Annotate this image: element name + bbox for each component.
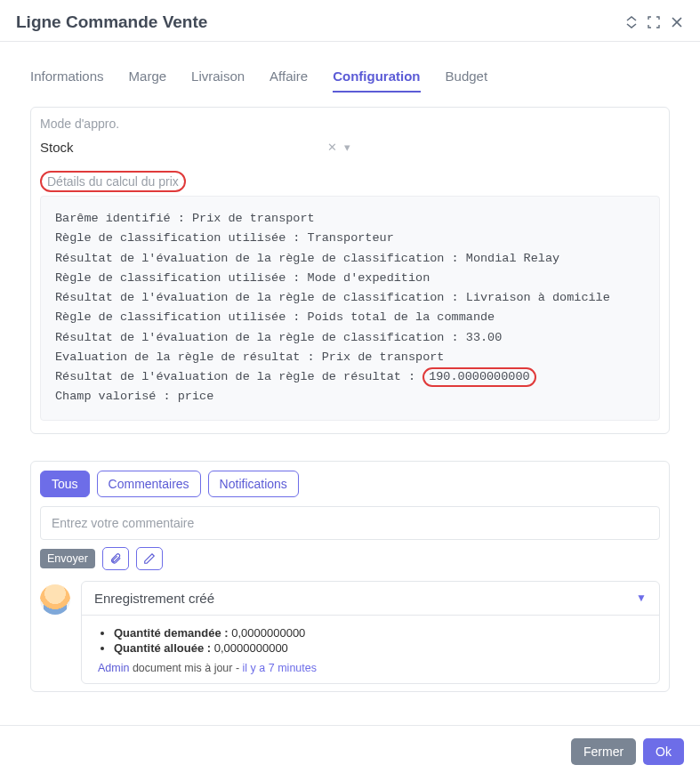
list-item: Quantité demandée : 0,0000000000 [114, 626, 643, 640]
tab-configuration[interactable]: Configuration [333, 68, 420, 93]
filter-all[interactable]: Tous [40, 471, 90, 497]
config-panel: Mode d'appro. Stock ✕ ▾ Détails du calcu… [30, 107, 670, 434]
entry-title: Enregistrement créé [94, 591, 214, 606]
tab-informations[interactable]: Informations [30, 68, 104, 93]
tab-marge[interactable]: Marge [129, 68, 167, 93]
avatar [40, 584, 70, 615]
list-item: Quantité allouée : 0,0000000000 [114, 641, 643, 655]
mode-select[interactable]: Stock ✕ ▾ [40, 140, 350, 158]
entry-toggle[interactable]: Enregistrement créé ▼ [82, 582, 659, 615]
send-button[interactable]: Envoyer [40, 549, 95, 568]
close-icon[interactable] [670, 15, 684, 29]
close-button[interactable]: Fermer [571, 738, 636, 765]
mode-value: Stock [40, 140, 327, 155]
tab-livraison[interactable]: Livraison [191, 68, 245, 93]
dialog-title: Ligne Commande Vente [16, 12, 207, 32]
edit-icon[interactable] [136, 547, 163, 570]
comments-panel: Tous Commentaires Notifications Envoyer … [30, 461, 670, 692]
tab-budget[interactable]: Budget [446, 68, 488, 93]
filter-comments[interactable]: Commentaires [97, 471, 201, 497]
result-value: 190.0000000000 [422, 367, 535, 387]
clear-icon[interactable]: ✕ [327, 141, 337, 154]
price-calc-log: Barême identifié : Prix de transport Règ… [40, 196, 660, 421]
ok-button[interactable]: Ok [643, 738, 684, 765]
tabs-bar: Informations Marge Livraison Affaire Con… [30, 68, 670, 93]
collapse-icon[interactable] [625, 16, 638, 28]
comment-input[interactable] [40, 506, 660, 540]
chevron-down-icon[interactable]: ▾ [344, 141, 350, 154]
details-label: Détails du calcul du prix [40, 171, 186, 192]
expand-icon[interactable] [647, 15, 661, 29]
mode-label: Mode d'appro. [40, 117, 660, 131]
tab-affaire[interactable]: Affaire [270, 68, 308, 93]
filter-notifications[interactable]: Notifications [208, 471, 299, 497]
attachment-icon[interactable] [102, 547, 129, 570]
log-entry: Enregistrement créé ▼ Quantité demandée … [81, 581, 660, 684]
chevron-down-icon: ▼ [636, 592, 647, 604]
entry-meta: Admin document mis à jour - il y a 7 min… [98, 662, 643, 674]
